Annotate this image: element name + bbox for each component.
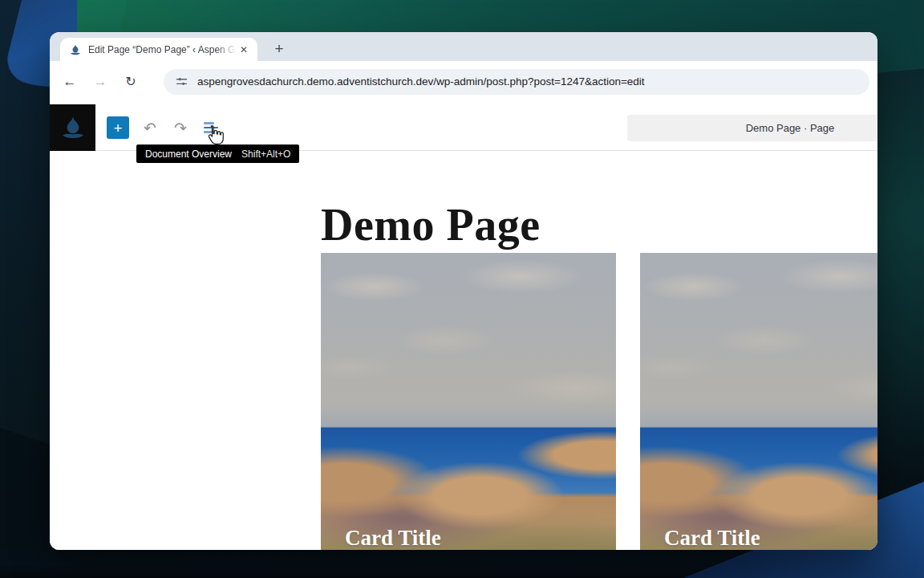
address-bar[interactable]: aspengrovesdachurch.demo.adventistchurch… [164,69,869,95]
site-logo-button[interactable] [50,104,95,151]
reload-button[interactable]: ↻ [119,70,143,94]
adventist-flame-icon [69,43,82,56]
tab-strip: Edit Page “Demo Page” ‹ Aspen Gr ✕ + [50,32,877,61]
redo-button[interactable]: ↷ [169,116,192,139]
back-button[interactable]: ← [58,70,82,94]
document-bar[interactable]: Demo Page · Page [627,115,877,141]
hand-cursor-icon [204,122,228,148]
tooltip-shortcut: Shift+Alt+O [241,149,290,160]
tooltip-label: Document Overview [145,149,232,160]
undo-button[interactable]: ↶ [139,116,161,139]
seascape-painting-image [321,253,616,550]
tab-title: Edit Page “Demo Page” ‹ Aspen Gr [88,44,237,55]
new-tab-button[interactable]: + [268,38,290,60]
browser-tab[interactable]: Edit Page “Demo Page” ‹ Aspen Gr ✕ [60,38,257,61]
document-bar-title: Demo Page · Page [746,122,835,134]
browser-toolbar: ← → ↻ aspengrovesdachurch.demo.adventist… [50,61,877,102]
card-title: Card Title [664,526,760,550]
editor-canvas[interactable]: Demo Page Card Title Card Title [50,152,877,550]
page-title[interactable]: Demo Page [321,199,541,250]
browser-window: Edit Page “Demo Page” ‹ Aspen Gr ✕ + ← →… [50,32,877,550]
card-title: Card Title [345,526,441,550]
block-inserter-button[interactable]: + [107,116,129,139]
adventist-flame-icon [59,114,87,141]
forward-button: → [88,70,112,94]
seascape-painting-image [640,253,877,550]
card-block[interactable]: Card Title [640,253,877,550]
url-text[interactable]: aspengrovesdachurch.demo.adventistchurch… [197,75,645,88]
tab-close-icon[interactable]: ✕ [237,43,251,57]
site-info-icon[interactable] [175,75,188,88]
card-block[interactable]: Card Title [321,253,616,550]
